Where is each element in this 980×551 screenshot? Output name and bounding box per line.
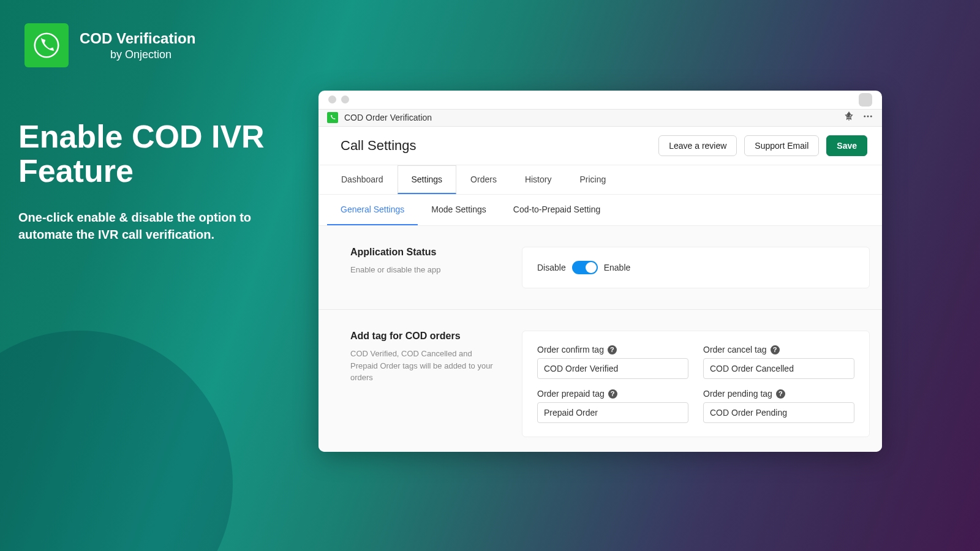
tab-history[interactable]: History: [511, 165, 566, 194]
field-label: Order cancel tag: [703, 345, 767, 354]
field-order-cancel: Order cancel tag ?: [703, 345, 854, 379]
page-title: Call Settings: [341, 138, 417, 154]
section-title: Add tag for COD orders: [350, 331, 497, 342]
section-description: Enable or disable the app: [350, 264, 497, 276]
tab-mode-settings[interactable]: Mode Settings: [418, 195, 500, 225]
section-title: Application Status: [350, 247, 497, 258]
pending-tag-input[interactable]: [703, 402, 854, 423]
field-label: Order confirm tag: [537, 345, 604, 354]
tab-pricing[interactable]: Pricing: [565, 165, 620, 194]
decorative-circle: [0, 331, 233, 551]
field-label: Order pending tag: [703, 389, 772, 399]
hero-heading: Enable COD IVR Feature: [18, 119, 300, 188]
field-label: Order prepaid tag: [537, 389, 605, 399]
disable-label: Disable: [537, 263, 566, 272]
phone-icon: [24, 23, 69, 67]
status-card: Disable Enable: [522, 247, 870, 288]
tab-dashboard[interactable]: Dashboard: [327, 165, 398, 194]
traffic-light-dot[interactable]: [328, 96, 336, 103]
confirm-tag-input[interactable]: [537, 358, 688, 379]
pin-icon[interactable]: [844, 111, 854, 124]
tab-cod-prepaid[interactable]: Cod-to-Prepaid Setting: [500, 195, 614, 225]
leave-review-button[interactable]: Leave a review: [658, 135, 737, 156]
logo-subtitle: by Onjection: [110, 48, 195, 61]
secondary-tabs: General Settings Mode Settings Cod-to-Pr…: [318, 195, 882, 226]
help-icon[interactable]: ?: [776, 389, 785, 399]
cancel-tag-input[interactable]: [703, 358, 854, 379]
primary-tabs: Dashboard Settings Orders History Pricin…: [318, 165, 882, 195]
help-icon[interactable]: ?: [608, 389, 617, 399]
field-order-prepaid: Order prepaid tag ?: [537, 389, 688, 423]
field-order-pending: Order pending tag ?: [703, 389, 854, 423]
section-tags: Add tag for COD orders COD Verified, COD…: [318, 310, 882, 452]
tab-settings[interactable]: Settings: [398, 165, 457, 194]
page-header: Call Settings Leave a review Support Ema…: [318, 127, 882, 165]
phone-icon: [327, 112, 338, 123]
svg-point-3: [867, 116, 869, 118]
enable-toggle[interactable]: [572, 261, 598, 274]
field-order-confirm: Order confirm tag ?: [537, 345, 688, 379]
svg-point-0: [35, 34, 59, 58]
tab-orders[interactable]: Orders: [456, 165, 511, 194]
help-icon[interactable]: ?: [608, 345, 617, 354]
window-control[interactable]: [859, 93, 872, 107]
section-description: COD Verified, COD Cancelled and Prepaid …: [350, 348, 497, 384]
tags-card: Order confirm tag ? Order cancel tag ?: [522, 331, 870, 437]
app-bar: COD Order Verification: [318, 109, 882, 127]
app-window: COD Order Verification Call Settings Lea…: [318, 91, 882, 452]
window-titlebar: [318, 91, 882, 109]
hero-block: Enable COD IVR Feature One-click enable …: [18, 119, 300, 243]
enable-label: Enable: [604, 263, 631, 272]
svg-point-2: [864, 116, 865, 118]
traffic-light-dot[interactable]: [341, 96, 349, 103]
more-icon[interactable]: [862, 111, 873, 124]
svg-point-4: [870, 116, 872, 118]
save-button[interactable]: Save: [826, 135, 867, 156]
app-logo: COD Verification by Onjection: [24, 23, 195, 67]
help-icon[interactable]: ?: [771, 345, 780, 354]
logo-title: COD Verification: [80, 30, 195, 47]
tab-general-settings[interactable]: General Settings: [327, 195, 418, 225]
support-email-button[interactable]: Support Email: [744, 135, 819, 156]
prepaid-tag-input[interactable]: [537, 402, 688, 423]
hero-description: One-click enable & disable the option to…: [18, 209, 300, 243]
content-area: Application Status Enable or disable the…: [318, 226, 882, 452]
app-title: COD Order Verification: [344, 113, 432, 122]
section-app-status: Application Status Enable or disable the…: [318, 226, 882, 310]
